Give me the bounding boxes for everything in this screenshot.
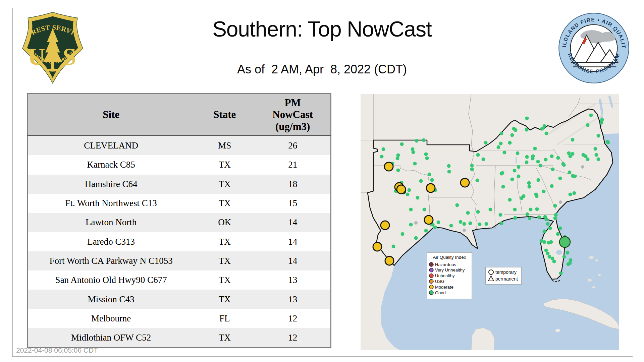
good-site-dot xyxy=(546,252,550,255)
good-site-dot xyxy=(537,178,540,182)
good-site-dot xyxy=(503,151,506,155)
col-header-site: Site xyxy=(28,94,195,136)
state-cell: OK xyxy=(194,213,255,232)
good-site-dot xyxy=(513,169,517,173)
good-site-dot xyxy=(546,222,550,226)
table-row: Lawton NorthOK14 xyxy=(28,213,331,232)
good-site-dot xyxy=(527,181,531,185)
good-site-dot xyxy=(517,165,521,169)
aqi-legend-swatch xyxy=(429,285,433,289)
good-site-dot xyxy=(549,240,553,244)
good-site-dot xyxy=(539,164,542,168)
good-site-dot xyxy=(408,188,411,192)
usfs-shield-icon: FOREST SERVICE U S DEPARTMENT OF AGRICUL… xyxy=(19,10,86,85)
good-site-dot xyxy=(447,164,451,168)
good-site-dot xyxy=(528,185,531,189)
col-header-pm-nowcast: PM NowCast (ug/m3) xyxy=(255,94,331,136)
good-site-dot xyxy=(463,222,466,226)
value-cell: 12 xyxy=(255,309,331,328)
good-site-dot xyxy=(531,157,535,161)
good-site-dot xyxy=(594,147,597,151)
temporary-symbol-icon xyxy=(489,270,493,275)
good-site-dot xyxy=(478,223,482,226)
moderate-site-marker xyxy=(384,162,393,171)
state-cell: TX xyxy=(194,194,255,213)
site-cell: San Antonio Old Hwy90 C677 xyxy=(28,270,195,290)
temporary-label: temporary xyxy=(495,269,517,275)
value-cell: 13 xyxy=(255,290,331,309)
moderate-site-marker xyxy=(373,242,382,251)
good-site-dot xyxy=(409,223,413,227)
table-row: CLEVELANDMS26 xyxy=(28,136,331,156)
good-site-dot xyxy=(552,260,556,263)
value-cell: 12 xyxy=(255,328,331,348)
good-site-dot xyxy=(529,208,533,212)
good-site-dot xyxy=(499,213,502,217)
good-site-dot xyxy=(500,132,503,135)
good-site-dot xyxy=(522,194,526,198)
good-site-dot xyxy=(382,147,385,151)
good-site-dot xyxy=(409,208,413,212)
good-site-marker-large xyxy=(559,237,570,247)
good-site-dot xyxy=(562,255,566,259)
good-site-dot xyxy=(517,175,521,178)
state-cell: MS xyxy=(194,136,255,156)
value-cell: 13 xyxy=(255,270,331,290)
state-cell: TX xyxy=(194,251,255,270)
good-site-dot xyxy=(516,152,520,155)
slide-edge-line-left xyxy=(12,8,13,357)
good-site-dot xyxy=(433,226,437,229)
good-site-dot xyxy=(554,213,558,217)
marker-type-legend: temporary permanent xyxy=(486,267,522,284)
inactive-site-dot xyxy=(559,200,562,204)
good-site-dot xyxy=(406,193,410,196)
table-row: San Antonio Old Hwy90 C677TX13 xyxy=(28,270,331,290)
good-site-dot xyxy=(424,229,428,233)
good-site-dot xyxy=(466,211,470,215)
good-site-dot xyxy=(489,208,492,212)
site-cell: Melbourne xyxy=(28,309,195,328)
table-row: Hamshire C64TX18 xyxy=(28,175,331,194)
good-site-dot xyxy=(586,123,590,127)
good-site-dot xyxy=(559,272,563,275)
good-site-dot xyxy=(550,155,554,158)
good-site-dot xyxy=(415,139,419,143)
good-site-dot xyxy=(500,222,503,225)
good-site-dot xyxy=(447,170,451,174)
lake-okeechobee xyxy=(556,250,562,255)
good-site-dot xyxy=(537,216,541,219)
good-site-dot xyxy=(469,222,472,225)
good-site-dot xyxy=(562,163,566,167)
good-site-dot xyxy=(413,162,417,166)
good-site-dot xyxy=(600,121,603,125)
good-site-dot xyxy=(528,217,532,220)
good-site-dot xyxy=(606,140,609,144)
value-cell: 26 xyxy=(255,136,331,156)
table-row: MelbourneFL12 xyxy=(28,309,331,328)
good-site-dot xyxy=(508,198,512,202)
good-site-dot xyxy=(525,128,529,132)
good-site-dot xyxy=(545,132,548,135)
good-site-dot xyxy=(536,160,540,164)
good-site-dot xyxy=(414,236,418,240)
good-site-dot xyxy=(569,193,572,196)
good-site-dot xyxy=(558,177,562,180)
state-cell: TX xyxy=(194,328,255,348)
value-cell: 21 xyxy=(255,155,331,174)
good-site-dot xyxy=(584,155,588,158)
aqi-legend-label: Unhealthy xyxy=(435,273,455,278)
nowcast-table: Site State PM NowCast (ug/m3) CLEVELANDM… xyxy=(27,93,331,348)
good-site-dot xyxy=(571,174,575,178)
wfaqrp-seal-icon: WILDLAND FIRE • AIR QUALITY RESPONSE PRO… xyxy=(558,12,630,84)
good-site-dot xyxy=(525,161,529,164)
good-site-dot xyxy=(476,179,479,182)
moderate-site-marker xyxy=(424,216,433,224)
good-site-dot xyxy=(497,145,500,149)
good-site-dot xyxy=(482,158,485,161)
good-site-dot xyxy=(416,196,420,200)
good-site-dot xyxy=(396,157,399,160)
aqi-map: Air Quality Index HazardousVery Unhealth… xyxy=(361,94,619,350)
good-site-dot xyxy=(544,158,548,162)
state-cell: TX xyxy=(194,232,255,251)
table-body: CLEVELANDMS26Karnack C85TX21Hamshire C64… xyxy=(28,136,331,348)
